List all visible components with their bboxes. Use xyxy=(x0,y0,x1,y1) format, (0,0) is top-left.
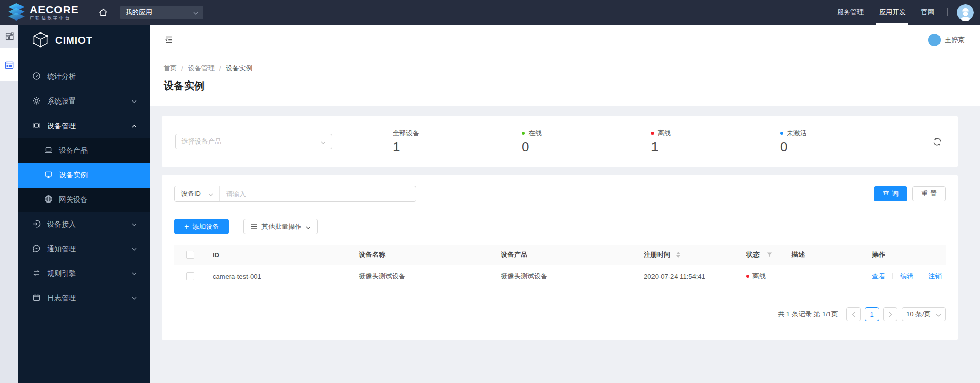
current-user[interactable]: 王婷京 xyxy=(928,34,965,46)
reset-button[interactable]: 重置 xyxy=(912,186,946,201)
search-input[interactable] xyxy=(220,190,416,198)
col-actions: 操作 xyxy=(872,250,946,259)
product-logo: CIMIOT xyxy=(18,25,150,56)
page-header: 首页 / 设备管理 / 设备实例 设备实例 xyxy=(150,55,980,106)
main-area: 选择设备产品 全部设备 1 在线 0 离线 xyxy=(150,106,980,383)
add-device-button[interactable]: + 添加设备 xyxy=(174,219,229,234)
view-link[interactable]: 查看 xyxy=(872,272,885,281)
chevron-down-icon xyxy=(132,272,137,275)
device-management-submenu: 设备产品 设备实例 xyxy=(18,138,150,212)
cell-id: camera-test-001 xyxy=(213,273,359,280)
table-row: camera-test-001 摄像头测试设备 摄像头测试设备 2020-07-… xyxy=(174,265,946,288)
query-actions: 查询 重置 xyxy=(874,186,946,201)
brand: AECORE 广联达数字中台 xyxy=(7,3,79,22)
online-dot xyxy=(522,132,525,135)
sort-icon[interactable] xyxy=(676,252,680,258)
col-status: 状态 xyxy=(746,250,791,259)
device-icon xyxy=(32,121,41,131)
col-description: 描述 xyxy=(791,250,872,259)
offline-dot xyxy=(651,132,654,135)
menu-fold-icon[interactable] xyxy=(165,35,173,44)
calendar-icon xyxy=(32,293,41,304)
laptop-icon xyxy=(44,146,53,156)
sidebar-item-system-settings[interactable]: 系统设置 xyxy=(18,89,150,114)
content-header: 王婷京 xyxy=(150,25,980,55)
app-rail xyxy=(0,25,18,383)
cell-register-time: 2020-07-24 11:54:41 xyxy=(644,273,746,280)
cell-actions: 查看 编辑 注销 xyxy=(872,272,946,281)
breadcrumb-device-instances: 设备实例 xyxy=(226,64,252,73)
sidebar-item-gateway-devices[interactable]: 网关设备 xyxy=(18,188,150,212)
pagination: 共 1 条记录 第 1/1页 1 10 条/页 xyxy=(174,307,946,321)
breadcrumb-device-management[interactable]: 设备管理 xyxy=(188,64,215,73)
sidebar-menu: 统计分析 系统设置 xyxy=(18,56,150,311)
select-all-checkbox[interactable] xyxy=(186,251,194,259)
app-select-value: 我的应用 xyxy=(126,8,152,17)
chevron-down-icon xyxy=(305,223,311,231)
col-device-name: 设备名称 xyxy=(359,250,501,259)
sidebar-item-statistics[interactable]: 统计分析 xyxy=(18,65,150,89)
search-button[interactable]: 查询 xyxy=(874,186,907,201)
breadcrumb-home[interactable]: 首页 xyxy=(164,64,177,73)
product-select[interactable]: 选择设备产品 xyxy=(175,134,332,149)
sidebar-item-notification-management[interactable]: 通知管理 xyxy=(18,237,150,261)
sidebar-item-device-products[interactable]: 设备产品 xyxy=(18,138,150,163)
chevron-down-icon xyxy=(132,248,137,251)
next-page-button[interactable] xyxy=(883,307,897,321)
pagination-summary: 共 1 条记录 第 1/1页 xyxy=(778,310,838,319)
gear-icon xyxy=(32,96,41,107)
edit-link[interactable]: 编辑 xyxy=(900,272,913,281)
globe-icon xyxy=(44,195,53,205)
home-icon[interactable] xyxy=(98,8,108,17)
product-select-placeholder: 选择设备产品 xyxy=(181,137,221,146)
cimiot-cube-icon xyxy=(31,31,50,51)
batch-operations-button[interactable]: 其他批量操作 xyxy=(243,219,318,234)
content: 王婷京 首页 / 设备管理 / 设备实例 设备实例 选择设备产品 xyxy=(150,25,980,383)
chevron-up-icon xyxy=(132,125,137,128)
topbar: AECORE 广联达数字中台 我的应用 服务管理 应用开发 官网 xyxy=(0,0,980,25)
brand-name: AECORE xyxy=(30,4,79,15)
sidebar-item-rule-engine[interactable]: 规则引擎 xyxy=(18,261,150,286)
stat-online-value: 0 xyxy=(522,139,651,155)
row-checkbox[interactable] xyxy=(186,272,194,280)
chevron-down-icon xyxy=(132,223,137,226)
offline-status-dot xyxy=(746,275,749,278)
loop-icon xyxy=(32,269,41,279)
chevron-down-icon xyxy=(132,100,137,103)
sidebar-item-device-management[interactable]: 设备管理 xyxy=(18,114,150,138)
page-size-value: 10 条/页 xyxy=(906,310,931,319)
gauge-icon xyxy=(32,72,41,82)
search-field-select[interactable]: 设备ID xyxy=(175,189,219,198)
sidebar-item-log-management[interactable]: 日志管理 xyxy=(18,286,150,311)
cell-device-name: 摄像头测试设备 xyxy=(359,272,501,281)
nav-official-site[interactable]: 官网 xyxy=(913,0,942,25)
col-id: ID xyxy=(213,251,359,259)
rail-dashboard-icon[interactable] xyxy=(0,25,18,48)
rail-browser-icon[interactable] xyxy=(0,48,18,81)
page-number[interactable]: 1 xyxy=(865,307,879,321)
login-icon xyxy=(32,219,41,230)
app-select[interactable]: 我的应用 xyxy=(120,6,203,19)
nav-app-development[interactable]: 应用开发 xyxy=(871,0,913,25)
monitor-icon xyxy=(44,170,53,180)
stat-inactive: 未激活 0 xyxy=(780,129,909,155)
nav-service-management[interactable]: 服务管理 xyxy=(829,0,871,25)
sidebar-item-device-instances[interactable]: 设备实例 xyxy=(18,163,150,188)
topbar-nav: 服务管理 应用开发 官网 xyxy=(829,0,980,25)
deregister-link[interactable]: 注销 xyxy=(928,272,942,281)
filter-icon[interactable] xyxy=(767,252,772,257)
search-field-value: 设备ID xyxy=(181,189,201,198)
user-avatar-icon[interactable] xyxy=(957,4,974,21)
page-size-select[interactable]: 10 条/页 xyxy=(902,307,946,321)
chevron-down-icon xyxy=(193,9,198,16)
prev-page-button[interactable] xyxy=(846,307,861,321)
sidebar-item-device-access[interactable]: 设备接入 xyxy=(18,212,150,237)
chevron-down-icon xyxy=(936,311,941,318)
brand-subtitle: 广联达数字中台 xyxy=(30,16,79,21)
col-register-time: 注册时间 xyxy=(644,250,746,259)
product-name: CIMIOT xyxy=(55,35,93,46)
toolbar: + 添加设备 其他批量操作 xyxy=(174,219,946,234)
refresh-icon[interactable] xyxy=(933,137,942,146)
device-list-card: 设备ID 查询 重置 + xyxy=(162,175,958,340)
breadcrumb: 首页 / 设备管理 / 设备实例 xyxy=(164,64,967,73)
